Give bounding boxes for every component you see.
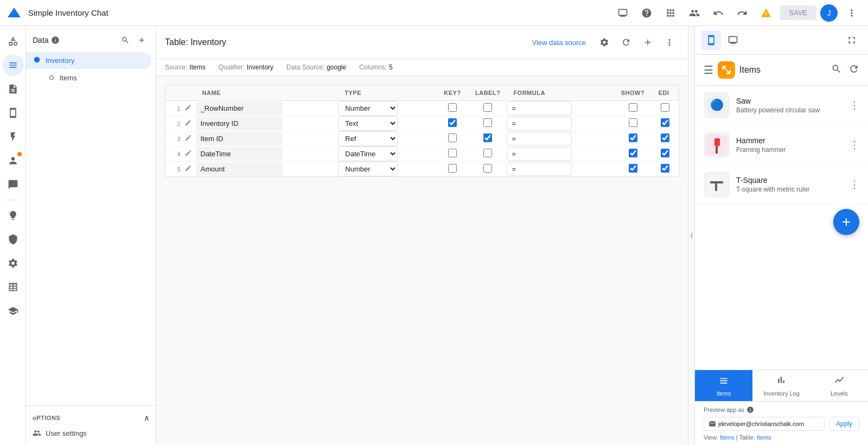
edit-checkbox-2[interactable] — [661, 134, 669, 142]
name-input-0[interactable] — [196, 101, 283, 115]
apply-button[interactable]: Apply — [829, 417, 859, 431]
save-button[interactable]: SAVE — [780, 5, 816, 20]
sidebar-item-items[interactable]: Items — [26, 69, 156, 86]
add-item-fab[interactable]: + — [833, 209, 859, 235]
sidebar-automation-btn[interactable] — [2, 126, 24, 148]
key-checkbox-4[interactable] — [448, 164, 457, 173]
people-icon-btn[interactable] — [685, 3, 704, 23]
data-icon — [8, 60, 18, 71]
sidebar-item-inventory[interactable]: Inventory — [26, 52, 151, 69]
formula-input-0[interactable] — [507, 101, 572, 115]
item-menu-saw[interactable]: ⋮ — [850, 99, 859, 111]
more-items-btn[interactable] — [138, 72, 149, 83]
show-checkbox-3[interactable] — [629, 149, 637, 157]
show-checkbox-4[interactable] — [629, 164, 637, 173]
name-input-2[interactable] — [196, 132, 283, 145]
redo-btn[interactable] — [732, 3, 752, 23]
row-edit-icon-2[interactable] — [181, 131, 196, 147]
type-select-1[interactable]: NumberTextDateDateTimeRefListBoolean — [338, 116, 398, 131]
add-data-btn[interactable] — [134, 33, 149, 48]
search-data-btn[interactable] — [118, 33, 133, 48]
item-menu-tsquare[interactable]: ⋮ — [850, 179, 859, 190]
label-checkbox-3[interactable] — [483, 149, 492, 157]
key-checkbox-1[interactable] — [448, 118, 457, 127]
label-checkbox-0[interactable] — [483, 103, 492, 112]
more-table-btn[interactable] — [660, 33, 679, 52]
type-select-4[interactable]: NumberTextDateDateTimeRefListBoolean — [338, 162, 398, 176]
sidebar-settings-btn[interactable] — [2, 252, 24, 274]
desktop-view-btn[interactable] — [723, 30, 743, 50]
avatar[interactable]: J — [820, 4, 838, 22]
mobile-view-btn[interactable] — [701, 30, 721, 50]
edit-checkbox-0[interactable] — [661, 103, 669, 112]
show-checkbox-2[interactable] — [629, 134, 637, 142]
preview-menu-icon[interactable]: ☰ — [704, 63, 713, 77]
edit-checkbox-3[interactable] — [661, 149, 669, 157]
row-edit-icon-4[interactable] — [181, 162, 196, 177]
list-item-hammer[interactable]: Hammer Framing hammer ⋮ — [695, 125, 868, 165]
edit-checkbox-1[interactable] — [661, 118, 669, 127]
preview-refresh-btn[interactable] — [848, 63, 859, 77]
user-settings-item[interactable]: User settings — [26, 425, 156, 441]
sidebar-learn-btn[interactable] — [2, 300, 24, 322]
row-edit-icon-0[interactable] — [181, 101, 196, 116]
label-checkbox-2[interactable] — [483, 134, 492, 142]
row-edit-icon-1[interactable] — [181, 116, 196, 131]
show-checkbox-0[interactable] — [629, 103, 637, 112]
name-input-1[interactable] — [196, 117, 283, 130]
row-edit-icon-3[interactable] — [181, 147, 196, 162]
formula-input-1[interactable] — [507, 117, 572, 130]
monitor-icon-btn[interactable] — [613, 3, 633, 23]
undo-btn[interactable] — [709, 3, 728, 23]
expand-preview-btn[interactable] — [842, 30, 861, 50]
data-settings-btn[interactable] — [595, 33, 614, 52]
formula-input-3[interactable] — [507, 147, 572, 161]
item-menu-hammer[interactable]: ⋮ — [850, 139, 859, 151]
formula-input-2[interactable] — [507, 132, 572, 145]
meta-bar: Source: Items Qualifier: Inventory Data … — [156, 59, 688, 76]
sidebar-tables-btn[interactable] — [2, 276, 24, 298]
type-select-3[interactable]: NumberTextDateDateTimeRefListBoolean — [338, 147, 398, 161]
key-checkbox-2[interactable] — [448, 134, 457, 142]
edit-checkbox-4[interactable] — [661, 164, 669, 173]
options-header[interactable]: oPTIONS ∧ — [26, 410, 156, 425]
key-checkbox-0[interactable] — [448, 103, 457, 112]
tab-items[interactable]: Items — [695, 370, 752, 401]
list-item-tsquare[interactable]: T-Square T-square with metric ruler ⋮ — [695, 165, 868, 205]
label-checkbox-4[interactable] — [483, 164, 492, 173]
row-number-4: 5 — [165, 162, 181, 177]
preview-email-field[interactable]: jdeveloper@christianschalk.com — [704, 417, 825, 431]
sidebar-bulb-btn[interactable] — [2, 205, 24, 226]
item-info-hammer: Hammer Framing hammer — [736, 136, 843, 154]
sidebar-pages-btn[interactable] — [2, 78, 24, 100]
warning-btn[interactable] — [756, 3, 776, 23]
sidebar-mobile-btn[interactable] — [2, 102, 24, 124]
help-icon-btn[interactable] — [637, 3, 656, 23]
key-checkbox-3[interactable] — [448, 149, 457, 157]
label-checkbox-1[interactable] — [483, 118, 492, 127]
tables-icon — [8, 282, 18, 293]
type-select-2[interactable]: NumberTextDateDateTimeRefListBoolean — [338, 131, 398, 146]
grid-icon-btn[interactable] — [661, 3, 680, 23]
tab-levels[interactable]: Levels — [810, 370, 868, 401]
view-link[interactable]: Items — [720, 434, 735, 441]
formula-input-4[interactable] — [507, 162, 572, 176]
type-select-0[interactable]: NumberTextDateDateTimeRefListBoolean — [338, 101, 398, 116]
sidebar-data-btn[interactable] — [2, 54, 24, 76]
table-link[interactable]: Items — [757, 434, 771, 441]
show-checkbox-1[interactable] — [629, 118, 637, 127]
sidebar-security-btn[interactable] — [2, 228, 24, 250]
name-input-4[interactable] — [196, 162, 283, 176]
preview-search-icon-btn[interactable] — [831, 63, 842, 77]
sidebar-hub-btn[interactable] — [2, 30, 24, 52]
collapse-handle[interactable] — [688, 26, 694, 445]
name-input-3[interactable] — [196, 147, 283, 161]
add-items-btn[interactable] — [126, 72, 137, 83]
more-menu-btn[interactable] — [842, 3, 861, 23]
add-column-btn[interactable] — [638, 33, 658, 52]
view-data-source-btn[interactable]: View data source — [528, 35, 591, 50]
tab-inventory-log[interactable]: Inventory Log — [752, 370, 810, 401]
sidebar-chat-btn[interactable] — [2, 174, 24, 195]
refresh-btn[interactable] — [616, 33, 636, 52]
list-item-saw[interactable]: 🔵 Saw Battery powered circular saw ⋮ — [695, 86, 868, 125]
